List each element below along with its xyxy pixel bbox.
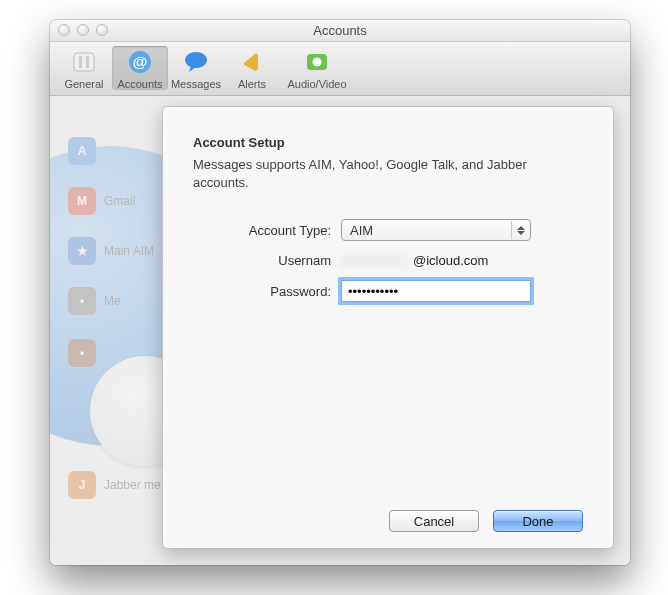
close-window-button[interactable]	[58, 24, 70, 36]
username-label: Usernam	[193, 253, 341, 268]
sheet-description: Messages supports AIM, Yahoo!, Google Ta…	[193, 156, 583, 191]
traffic-lights	[58, 24, 108, 36]
toolbar-tab-alerts[interactable]: Alerts	[224, 46, 280, 90]
svg-point-5	[185, 52, 207, 68]
camera-icon	[302, 48, 332, 76]
toolbar-label: Alerts	[224, 78, 280, 90]
toolbar-tab-general[interactable]: General	[56, 46, 112, 90]
toolbar-tab-messages[interactable]: Messages	[168, 46, 224, 90]
account-type-label: Account Type:	[193, 223, 341, 238]
account-setup-sheet: Account Setup Messages supports AIM, Yah…	[162, 106, 614, 549]
svg-marker-6	[189, 66, 196, 72]
password-input[interactable]	[341, 280, 531, 302]
account-type-select[interactable]: AIM	[341, 219, 531, 241]
toolbar-tab-audio-video[interactable]: Audio/Video	[280, 46, 354, 90]
titlebar: Accounts	[50, 20, 630, 42]
svg-text:@: @	[133, 53, 148, 70]
svg-rect-2	[86, 56, 89, 68]
toolbar-tab-accounts[interactable]: @ Accounts	[112, 46, 168, 90]
toolbar-label: General	[56, 78, 112, 90]
svg-rect-0	[74, 53, 94, 71]
zoom-window-button[interactable]	[96, 24, 108, 36]
bg-sidebar-item: Me	[104, 294, 121, 308]
speech-bubble-icon	[181, 48, 211, 76]
megaphone-icon	[237, 48, 267, 76]
bg-sidebar-item: Jabber me	[104, 478, 161, 492]
password-row: Password:	[193, 280, 583, 302]
minimize-window-button[interactable]	[77, 24, 89, 36]
account-type-row: Account Type: AIM	[193, 219, 583, 241]
done-button[interactable]: Done	[493, 510, 583, 532]
username-row: Usernam @icloud.com	[193, 253, 583, 268]
toolbar-label: Accounts	[112, 78, 168, 90]
chevron-up-down-icon	[511, 221, 529, 239]
svg-rect-1	[79, 56, 82, 68]
window-title: Accounts	[50, 23, 630, 38]
at-sign-icon: @	[125, 48, 155, 76]
cancel-button[interactable]: Cancel	[389, 510, 479, 532]
content-area: A MGmail ★Main AIM •Me • JJabber me Acco…	[50, 96, 630, 565]
bg-sidebar-item: Gmail	[104, 194, 135, 208]
sheet-button-row: Cancel Done	[193, 500, 583, 532]
username-value: @icloud.com	[341, 253, 531, 268]
password-label: Password:	[193, 284, 341, 299]
bg-sidebar-item: Main AIM	[104, 244, 154, 258]
toolbar-label: Messages	[168, 78, 224, 90]
sheet-heading: Account Setup	[193, 135, 583, 150]
toolbar-label: Audio/Video	[280, 78, 354, 90]
svg-point-9	[313, 58, 322, 67]
svg-marker-7	[244, 53, 258, 71]
preferences-window: Accounts General @ Accounts Messages Ale…	[50, 20, 630, 565]
preferences-toolbar: General @ Accounts Messages Alerts Audio…	[50, 42, 630, 96]
account-type-value: AIM	[350, 223, 373, 238]
slider-icon	[69, 48, 99, 76]
